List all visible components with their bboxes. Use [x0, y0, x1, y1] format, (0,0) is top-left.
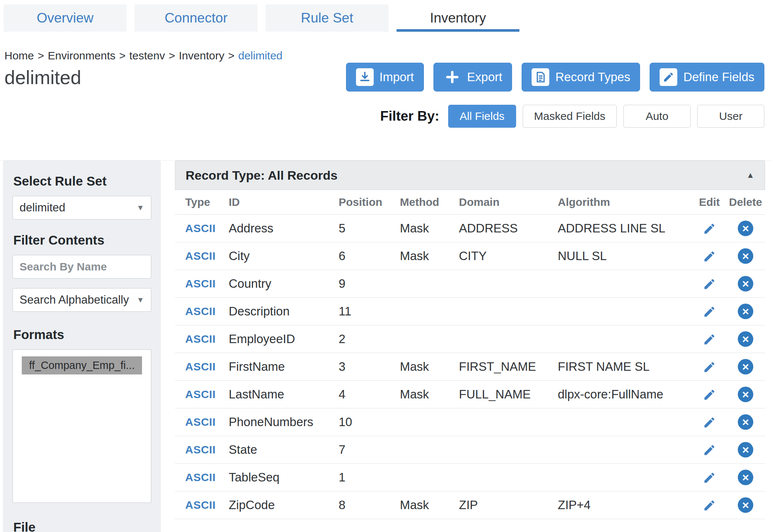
filter-contents-label: Filter Contents	[13, 233, 151, 248]
inventory-table: Type ID Position Method Domain Algorithm…	[175, 190, 765, 519]
row-algorithm	[556, 270, 693, 297]
row-algorithm	[556, 408, 693, 436]
breadcrumb-environments[interactable]: Environments	[48, 49, 115, 62]
row-method: Mask	[398, 214, 457, 242]
define-fields-icon	[660, 68, 677, 86]
define-fields-button[interactable]: Define Fields	[650, 63, 764, 91]
breadcrumb-testenv[interactable]: testenv	[129, 49, 165, 62]
row-type: ASCII	[175, 380, 227, 408]
tab-bar: Overview Connector Rule Set Inventory	[0, 0, 771, 32]
delete-icon[interactable]: ×	[738, 470, 753, 485]
select-rule-set-label: Select Rule Set	[13, 174, 151, 189]
breadcrumb: Home>Environments>testenv>Inventory>deli…	[4, 49, 764, 62]
filter-auto-button[interactable]: Auto	[623, 105, 691, 128]
row-type: ASCII	[175, 270, 227, 297]
row-id: PhoneNumbers	[227, 408, 336, 436]
row-domain	[457, 270, 556, 297]
rule-set-select[interactable]: delimited ▼	[13, 196, 151, 220]
table-row: ASCII Country 9 ×	[175, 270, 765, 297]
delete-icon[interactable]: ×	[738, 497, 753, 513]
tab-inventory[interactable]: Inventory	[397, 4, 519, 32]
delete-icon[interactable]: ×	[738, 442, 753, 457]
edit-icon[interactable]	[703, 250, 716, 263]
tab-connector[interactable]: Connector	[135, 4, 257, 32]
row-domain	[457, 463, 556, 491]
row-position: 5	[336, 214, 398, 242]
record-type-header-label: Record Type: All Records	[186, 168, 338, 183]
edit-icon[interactable]	[703, 277, 716, 291]
edit-icon[interactable]	[703, 499, 716, 512]
inventory-table-body: ASCII Address 5 Mask ADDRESS ADDRESS LIN…	[175, 214, 765, 519]
delete-icon[interactable]: ×	[738, 304, 753, 319]
table-row: ASCII ZipCode 8 Mask ZIP ZIP+4 ×	[175, 491, 765, 519]
column-header-id: ID	[227, 190, 336, 214]
row-id: LastName	[227, 380, 336, 408]
row-method	[398, 270, 457, 297]
delete-icon[interactable]: ×	[738, 331, 753, 347]
row-position: 6	[336, 242, 398, 270]
column-header-type: Type	[175, 190, 227, 214]
row-domain: CITY	[457, 242, 556, 270]
row-method: Mask	[398, 380, 457, 408]
record-types-button[interactable]: Record Types	[522, 63, 640, 91]
edit-icon[interactable]	[703, 471, 716, 484]
import-button[interactable]: Import	[346, 63, 424, 91]
row-method: Mask	[398, 242, 457, 270]
tab-rule-set[interactable]: Rule Set	[266, 4, 388, 32]
edit-icon[interactable]	[703, 333, 716, 346]
edit-icon[interactable]	[703, 360, 716, 374]
breadcrumb-home[interactable]: Home	[4, 49, 34, 62]
toolbar: Import Export Record Types Define Fields	[346, 63, 765, 91]
delete-icon[interactable]: ×	[738, 248, 753, 264]
edit-icon[interactable]	[703, 222, 716, 235]
search-input[interactable]	[13, 255, 151, 279]
edit-icon[interactable]	[703, 388, 716, 401]
edit-icon[interactable]	[703, 416, 716, 429]
row-domain	[457, 325, 556, 353]
row-domain: FIRST_NAME	[457, 353, 556, 380]
sort-select-value: Search Alphabetically	[20, 293, 129, 307]
row-method	[398, 325, 457, 353]
export-button[interactable]: Export	[433, 63, 512, 91]
delete-icon[interactable]: ×	[738, 387, 753, 402]
row-position: 3	[336, 353, 398, 380]
row-id: Country	[227, 270, 336, 297]
row-position: 11	[336, 297, 398, 325]
row-type: ASCII	[175, 463, 227, 491]
row-id: City	[227, 242, 336, 270]
delete-icon[interactable]: ×	[738, 359, 753, 374]
row-position: 7	[336, 436, 398, 463]
edit-icon[interactable]	[703, 305, 716, 318]
row-method	[398, 436, 457, 463]
table-row: ASCII TableSeq 1 ×	[175, 463, 765, 491]
sort-select[interactable]: Search Alphabetically ▼	[13, 288, 151, 312]
row-id: Description	[227, 297, 336, 325]
breadcrumb-separator: >	[119, 49, 126, 62]
row-algorithm	[556, 297, 693, 325]
column-header-edit: Edit	[693, 190, 726, 214]
filter-bar: Filter By: All Fields Masked Fields Auto…	[380, 105, 764, 128]
breadcrumb-inventory[interactable]: Inventory	[179, 49, 224, 62]
filter-user-button[interactable]: User	[697, 105, 764, 128]
chevron-down-icon: ▼	[136, 296, 144, 304]
collapse-icon[interactable]: ▲	[746, 170, 754, 180]
filter-all-fields-button[interactable]: All Fields	[448, 105, 516, 128]
formats-list: ff_Company_Emp_fi...	[13, 349, 151, 503]
format-item[interactable]: ff_Company_Emp_fi...	[22, 356, 142, 374]
delete-icon[interactable]: ×	[738, 221, 753, 236]
import-icon	[356, 68, 374, 86]
delete-icon[interactable]: ×	[738, 414, 753, 430]
delete-icon[interactable]: ×	[738, 276, 753, 291]
filter-masked-fields-button[interactable]: Masked Fields	[523, 105, 617, 128]
row-domain	[457, 408, 556, 436]
table-header-row: Type ID Position Method Domain Algorithm…	[175, 190, 765, 214]
edit-icon[interactable]	[703, 443, 716, 457]
breadcrumb-current[interactable]: delimited	[238, 49, 283, 62]
row-algorithm: dlpx-core:FullName	[556, 380, 693, 408]
column-header-position: Position	[336, 190, 398, 214]
tab-overview[interactable]: Overview	[4, 4, 127, 32]
inventory-panel: Record Type: All Records ▲ Type ID Posit…	[175, 160, 765, 532]
export-button-label: Export	[467, 70, 502, 84]
table-row: ASCII PhoneNumbers 10 ×	[175, 408, 765, 436]
rule-set-select-value: delimited	[20, 201, 65, 214]
